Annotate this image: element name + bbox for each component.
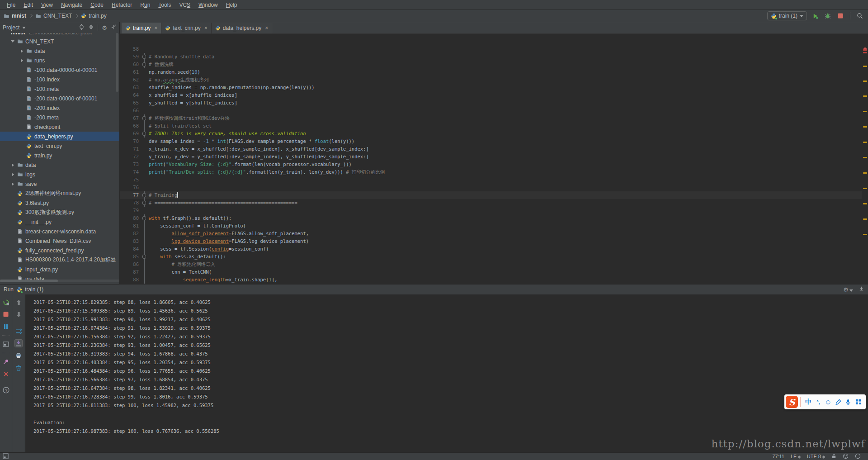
hector-inspections-icon[interactable]: [843, 453, 849, 460]
error-stripe-mark-warning[interactable]: [863, 172, 867, 174]
tree-row[interactable]: ?-200.data-00000-of-00001: [0, 94, 119, 103]
gutter-fold-strip[interactable]: [141, 222, 149, 230]
gutter-fold-strip[interactable]: [141, 61, 149, 68]
scroll-to-end-button[interactable]: [14, 339, 23, 347]
tree-row[interactable]: breast-cancer-wisconsin.data: [0, 227, 119, 236]
error-stripe-mark-red[interactable]: [863, 49, 867, 51]
tree-row[interactable]: train.py: [0, 151, 119, 160]
error-stripe-mark-warning[interactable]: [863, 111, 867, 112]
pin-tab-button[interactable]: [2, 358, 10, 366]
toolwindow-switcher-icon[interactable]: [3, 453, 9, 460]
tree-horizontal-scrollbar[interactable]: [0, 280, 119, 282]
run-configuration-select[interactable]: train (1): [767, 11, 807, 20]
error-stripe-mark-warning[interactable]: [863, 66, 867, 67]
collapse-all-icon[interactable]: [88, 24, 94, 31]
gutter-fold-strip[interactable]: [141, 245, 149, 253]
tree-row[interactable]: ?-200.index: [0, 103, 119, 113]
error-stripe-mark-warning[interactable]: [863, 234, 867, 235]
tree-collapsed-arrow-icon[interactable]: [12, 182, 14, 186]
gutter-fold-strip[interactable]: [141, 207, 149, 214]
tree-row[interactable]: runs: [0, 56, 119, 65]
editor-tab-data_helpers-py[interactable]: data_helpers.py×: [212, 23, 272, 33]
gutter-fold-strip[interactable]: [141, 138, 149, 145]
rerun-button[interactable]: [2, 298, 10, 306]
gutter-fold-strip[interactable]: [141, 199, 149, 207]
tree-row[interactable]: checkpoint: [0, 122, 119, 132]
gutter-fold-strip[interactable]: [141, 230, 149, 237]
tree-collapsed-arrow-icon[interactable]: [12, 173, 14, 176]
error-stripe-mark-warning[interactable]: [863, 142, 867, 143]
menu-item-run[interactable]: Run: [136, 1, 154, 9]
tree-row[interactable]: Combined_News_DJIA.csv: [0, 236, 119, 246]
menu-item-tools[interactable]: Tools: [154, 1, 175, 9]
tree-row[interactable]: input_data.py: [0, 265, 119, 274]
chevron-down-icon[interactable]: [22, 27, 26, 29]
fold-marker-icon[interactable]: [142, 55, 146, 59]
ime-microphone-icon[interactable]: [843, 399, 853, 405]
menu-item-help[interactable]: Help: [222, 1, 241, 9]
menu-item-edit[interactable]: Edit: [19, 1, 37, 9]
run-tab-label[interactable]: train (1): [25, 286, 43, 293]
tree-row[interactable]: ?-100.data-00000-of-00001: [0, 65, 119, 75]
gutter-fold-strip[interactable]: [141, 176, 149, 184]
locate-file-icon[interactable]: [79, 24, 85, 31]
breadcrumb-item[interactable]: CNN_TEXT: [35, 13, 72, 19]
close-tab-icon[interactable]: ×: [204, 25, 208, 31]
event-log-icon[interactable]: [855, 453, 861, 460]
gutter-fold-strip[interactable]: [141, 114, 149, 122]
tree-row[interactable]: data_helpers.py: [0, 132, 119, 141]
encoding-select[interactable]: UTF-8: [807, 454, 825, 459]
console-settings-gear-icon[interactable]: ⚙: [843, 286, 853, 293]
run-console-output[interactable]: 2017-05-25T10:27:15.829385: step 88, los…: [25, 294, 868, 452]
gutter-fold-strip[interactable]: [141, 145, 149, 153]
tree-row[interactable]: ?-100.meta: [0, 84, 119, 94]
stop-process-button[interactable]: [2, 310, 10, 318]
debug-button[interactable]: [823, 11, 832, 20]
close-tab-icon[interactable]: ×: [154, 25, 157, 31]
gutter-fold-strip[interactable]: [141, 76, 149, 84]
tree-collapsed-arrow-icon[interactable]: [21, 49, 23, 53]
error-stripe-mark-red[interactable]: [863, 52, 867, 53]
menu-item-navigate[interactable]: Navigate: [57, 1, 86, 9]
gear-icon[interactable]: ⚙: [102, 24, 107, 31]
gutter-fold-strip[interactable]: [141, 237, 149, 245]
tree-row[interactable]: text_cnn.py: [0, 141, 119, 151]
sogou-logo-icon[interactable]: S: [786, 396, 798, 408]
fold-marker-icon[interactable]: [142, 193, 146, 197]
fold-marker-icon[interactable]: [142, 116, 146, 120]
print-button[interactable]: [14, 351, 23, 360]
gutter-fold-strip[interactable]: [141, 91, 149, 99]
tree-row[interactable]: fully_connected_feed.py: [0, 246, 119, 255]
hide-run-panel-icon[interactable]: [859, 286, 864, 293]
clear-console-button[interactable]: [14, 364, 23, 372]
menu-item-window[interactable]: Window: [194, 1, 222, 9]
gutter-fold-strip[interactable]: [141, 253, 149, 261]
error-stripe-mark-warning[interactable]: [863, 95, 867, 97]
gutter-fold-strip[interactable]: [141, 191, 149, 199]
gutter-fold-strip[interactable]: [141, 168, 149, 176]
error-stripe-mark-warning[interactable]: [863, 218, 867, 220]
stop-button[interactable]: [836, 11, 845, 20]
search-everywhere-icon[interactable]: [855, 11, 864, 20]
project-root-row-clipped[interactable]: mnistE:\Anaconda\Lib\site-pack: [0, 33, 119, 37]
down-stacktrace-button[interactable]: [14, 310, 23, 318]
gutter-fold-strip[interactable]: [141, 68, 149, 76]
tree-row[interactable]: ?-100.index: [0, 75, 119, 84]
fold-marker-icon[interactable]: [142, 62, 146, 66]
gutter-fold-strip[interactable]: [141, 268, 149, 276]
menu-item-vcs[interactable]: VCS: [175, 1, 194, 9]
menu-item-view[interactable]: View: [37, 1, 57, 9]
restore-layout-button[interactable]: [2, 340, 10, 348]
editor-tab-train-py[interactable]: train.py×: [122, 23, 161, 33]
lock-icon[interactable]: [831, 453, 836, 460]
tree-vertical-scrollbar[interactable]: [116, 33, 118, 92]
close-run-tab-button[interactable]: ✕: [2, 370, 10, 378]
fold-marker-icon[interactable]: [142, 255, 146, 259]
gutter-fold-strip[interactable]: [141, 84, 149, 91]
ime-emoji-icon[interactable]: ☺: [823, 398, 833, 406]
code-editor[interactable]: 5859# Randomly shuffle data60# 数据洗牌61np.…: [120, 34, 868, 284]
tree-row[interactable]: ?-200.meta: [0, 113, 119, 122]
gutter-fold-strip[interactable]: [141, 161, 149, 168]
gutter-fold-strip[interactable]: [141, 99, 149, 107]
close-tab-icon[interactable]: ×: [265, 25, 268, 31]
